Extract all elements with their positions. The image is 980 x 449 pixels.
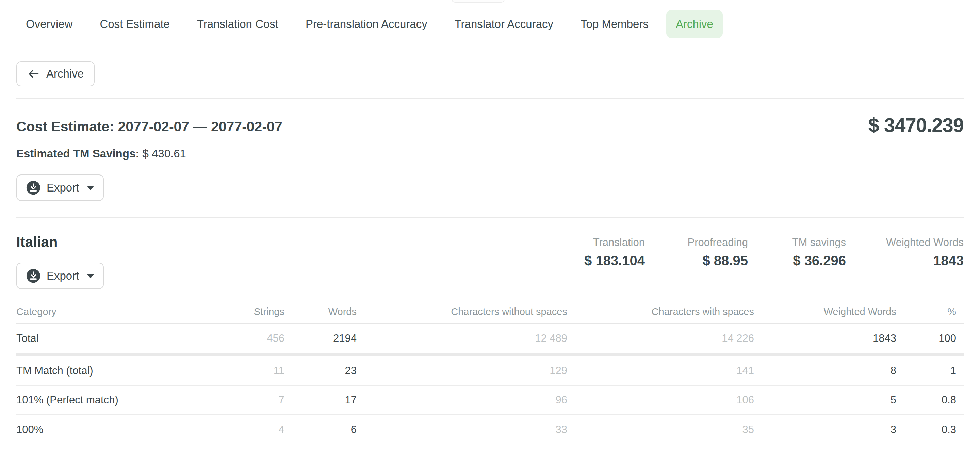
- cell-weighted-words: 5: [754, 394, 896, 406]
- download-icon: [26, 268, 41, 283]
- table-header-row: Category Strings Words Characters withou…: [16, 300, 964, 324]
- cost-breakdown-table-body: TM Match (total) 11 23 129 141 8 1 101% …: [16, 357, 964, 444]
- language-stats: Translation $ 183.104 Proofreading $ 88.…: [577, 237, 964, 268]
- cell-weighted-words: 3: [754, 424, 896, 436]
- tab-top-members[interactable]: Top Members: [571, 10, 658, 38]
- cell-category: Total: [16, 332, 230, 344]
- column-header-chars-with-spaces: Characters with spaces: [567, 306, 754, 317]
- column-header-chars-without-spaces: Characters without spaces: [356, 306, 567, 317]
- table-row-100: 100% 4 6 33 35 3 0.3: [16, 415, 964, 444]
- language-export-button[interactable]: Export: [16, 263, 104, 289]
- cell-chars-without-spaces: 129: [356, 365, 567, 377]
- column-header-strings: Strings: [230, 306, 285, 317]
- chevron-down-icon: [87, 186, 94, 190]
- tab-translation-cost[interactable]: Translation Cost: [188, 10, 288, 38]
- export-button[interactable]: Export: [16, 175, 104, 201]
- total-cost: $ 3470.239: [869, 114, 964, 136]
- cell-words: 6: [285, 424, 356, 436]
- cell-words: 23: [285, 365, 356, 377]
- stat-translation: Translation $ 183.104: [577, 237, 645, 268]
- stat-label: TM savings: [792, 237, 846, 248]
- cell-strings: 7: [230, 394, 285, 406]
- tab-overview[interactable]: Overview: [16, 10, 82, 38]
- cell-category: 100%: [16, 424, 230, 436]
- cell-strings: 4: [230, 424, 285, 436]
- column-header-category: Category: [16, 306, 230, 317]
- stat-label: Translation: [593, 237, 645, 248]
- cell-chars-without-spaces: 33: [356, 424, 567, 436]
- cell-strings: 456: [230, 332, 285, 344]
- cell-chars-with-spaces: 35: [567, 424, 754, 436]
- stat-weighted-words: Weighted Words 1843: [886, 237, 964, 268]
- cell-category: 101% (Perfect match): [16, 394, 230, 406]
- tm-savings-value: $ 430.61: [142, 147, 186, 160]
- column-header-words: Words: [285, 306, 356, 317]
- cell-chars-with-spaces: 106: [567, 394, 754, 406]
- stat-proofreading: Proofreading $ 88.95: [685, 237, 748, 268]
- tab-pre-translation-accuracy[interactable]: Pre-translation Accuracy: [296, 10, 437, 38]
- cost-estimate-summary: Cost Estimate: 2077-02-07 — 2077-02-07 $…: [0, 98, 980, 217]
- cell-chars-with-spaces: 141: [567, 365, 754, 377]
- tab-cost-estimate[interactable]: Cost Estimate: [91, 10, 179, 38]
- cell-chars-without-spaces: 96: [356, 394, 567, 406]
- tab-archive[interactable]: Archive: [666, 10, 723, 38]
- cost-breakdown-table: Category Strings Words Characters withou…: [16, 300, 964, 353]
- cell-percent: 100: [896, 332, 956, 344]
- page-title: Cost Estimate: 2077-02-07 — 2077-02-07: [16, 118, 964, 135]
- cell-category: TM Match (total): [16, 365, 230, 377]
- archive-toolbar: Archive: [0, 48, 980, 98]
- table-row-101-perfect-match: 101% (Perfect match) 7 17 96 106 5 0.8: [16, 386, 964, 415]
- chevron-down-icon: [87, 274, 94, 278]
- language-section: Italian Export Translation $ 183.104 Pro…: [0, 218, 980, 289]
- stat-value: $ 36.296: [793, 253, 846, 268]
- stat-label: Weighted Words: [886, 237, 964, 248]
- tab-translator-accuracy[interactable]: Translator Accuracy: [445, 10, 563, 38]
- column-header-percent: %: [896, 306, 956, 317]
- export-button-label: Export: [47, 181, 79, 194]
- tm-savings-label: Estimated TM Savings:: [16, 147, 139, 160]
- cell-percent: 0.3: [896, 424, 956, 436]
- column-header-weighted-words: Weighted Words: [754, 306, 896, 317]
- report-tabs: Overview Cost Estimate Translation Cost …: [0, 0, 980, 48]
- cell-weighted-words: 1843: [754, 332, 896, 344]
- cell-strings: 11: [230, 365, 285, 377]
- archive-back-label: Archive: [46, 67, 84, 80]
- table-row-total: Total 456 2194 12 489 14 226 1843 100: [16, 324, 964, 353]
- table-row-tm-match: TM Match (total) 11 23 129 141 8 1: [16, 357, 964, 386]
- export-button-label: Export: [47, 270, 79, 282]
- cell-words: 2194: [285, 332, 356, 344]
- stat-value: 1843: [933, 253, 964, 268]
- stat-tm-savings: TM savings $ 36.296: [788, 237, 846, 268]
- cell-chars-without-spaces: 12 489: [356, 332, 567, 344]
- stat-value: $ 183.104: [584, 253, 645, 268]
- popup-remnant: [452, 0, 504, 3]
- total-separator: [16, 353, 964, 357]
- download-icon: [26, 180, 41, 195]
- cell-words: 17: [285, 394, 356, 406]
- cell-weighted-words: 8: [754, 365, 896, 377]
- stat-value: $ 88.95: [703, 253, 748, 268]
- arrow-left-icon: [27, 67, 40, 80]
- cell-chars-with-spaces: 14 226: [567, 332, 754, 344]
- cell-percent: 0.8: [896, 394, 956, 406]
- estimated-tm-savings: Estimated TM Savings: $ 430.61: [16, 147, 964, 160]
- stat-label: Proofreading: [687, 237, 748, 248]
- archive-back-button[interactable]: Archive: [16, 61, 95, 86]
- cell-percent: 1: [896, 365, 956, 377]
